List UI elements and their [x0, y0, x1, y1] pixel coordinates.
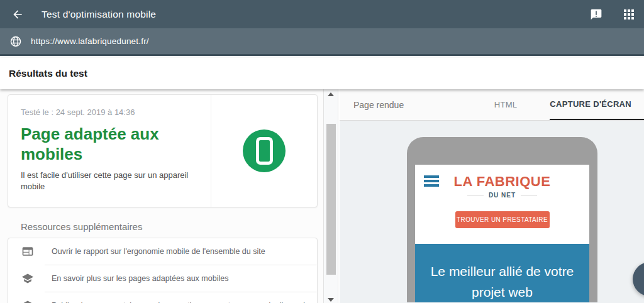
logo-text: LA FABRIQUE	[415, 174, 589, 190]
web-report-icon	[21, 245, 34, 258]
hamburger-menu-icon	[424, 175, 439, 189]
tested-url: https://www.lafabriquedunet.fr/	[31, 36, 149, 46]
resources-heading: Ressources supplémentaires	[21, 221, 142, 232]
resource-link-discussion-group[interactable]: Publier des commentaires ou des question…	[8, 292, 317, 303]
resource-link-learn-more[interactable]: En savoir plus sur les pages adaptées au…	[8, 265, 317, 292]
preview-title: Page rendue	[353, 100, 404, 110]
app-title: Test d'optimisation mobile	[42, 9, 156, 20]
vertical-scrollbar[interactable]	[323, 89, 338, 303]
results-panel: Testé le : 24 sept. 2019 à 14:36 Page ad…	[0, 89, 323, 303]
tab-screenshot[interactable]: CAPTURE D'ÉCRAN	[550, 89, 644, 120]
verdict-heading: Page adaptée aux mobiles	[21, 124, 197, 165]
scrollbar-thumb[interactable]	[326, 124, 336, 275]
back-button[interactable]	[10, 7, 25, 22]
mobile-friendly-status-icon	[243, 129, 286, 172]
globe-icon	[9, 35, 22, 48]
scroll-down-arrow-icon[interactable]	[328, 298, 334, 302]
verdict-description: Il est facile d'utiliser cette page sur …	[21, 170, 198, 192]
smartphone-icon	[256, 137, 273, 165]
find-provider-button: TROUVER UN PRESTATAIRE	[455, 211, 550, 228]
top-app-bar: Test d'optimisation mobile	[0, 0, 644, 28]
site-logo: LA FABRIQUE DU NET	[415, 165, 589, 199]
tab-html[interactable]: HTML	[494, 89, 518, 120]
screenshot-capture-area: LA FABRIQUE DU NET TROUVER UN PRESTATAIR…	[340, 121, 644, 302]
tested-on-label: Testé le : 24 sept. 2019 à 14:36	[21, 107, 198, 117]
divider	[521, 195, 537, 196]
school-icon	[21, 299, 34, 303]
logo-subtext: DU NET	[489, 192, 516, 199]
results-bar: Résultats du test	[0, 58, 644, 89]
url-bar: https://www.lafabriquedunet.fr/	[0, 28, 644, 56]
feedback-icon	[590, 8, 602, 21]
apps-grid-button[interactable]	[624, 9, 634, 19]
preview-panel: Page rendue HTML CAPTURE D'ÉCRAN LA FABR…	[340, 89, 644, 303]
rendered-page-screenshot: LA FABRIQUE DU NET TROUVER UN PRESTATAIR…	[415, 165, 589, 302]
preview-header: Page rendue HTML CAPTURE D'ÉCRAN	[340, 89, 644, 121]
verdict-card: Testé le : 24 sept. 2019 à 14:36 Page ad…	[8, 94, 318, 207]
resource-label: En savoir plus sur les pages adaptées au…	[52, 274, 228, 283]
scroll-up-arrow-icon[interactable]	[328, 92, 334, 96]
school-icon	[21, 272, 34, 285]
resource-link-site-report[interactable]: Ouvrir le rapport sur l'ergonomie mobile…	[8, 238, 317, 265]
resource-label: Ouvrir le rapport sur l'ergonomie mobile…	[52, 247, 265, 256]
phone-mockup-frame: LA FABRIQUE DU NET TROUVER UN PRESTATAIR…	[407, 137, 597, 302]
back-arrow-icon	[11, 8, 24, 21]
feedback-button[interactable]	[590, 8, 602, 21]
results-title: Résultats du test	[9, 68, 87, 79]
divider	[467, 195, 484, 196]
resources-list: Ouvrir le rapport sur l'ergonomie mobile…	[8, 238, 318, 303]
hero-banner: Le meilleur allié de votre projet web	[415, 244, 589, 302]
